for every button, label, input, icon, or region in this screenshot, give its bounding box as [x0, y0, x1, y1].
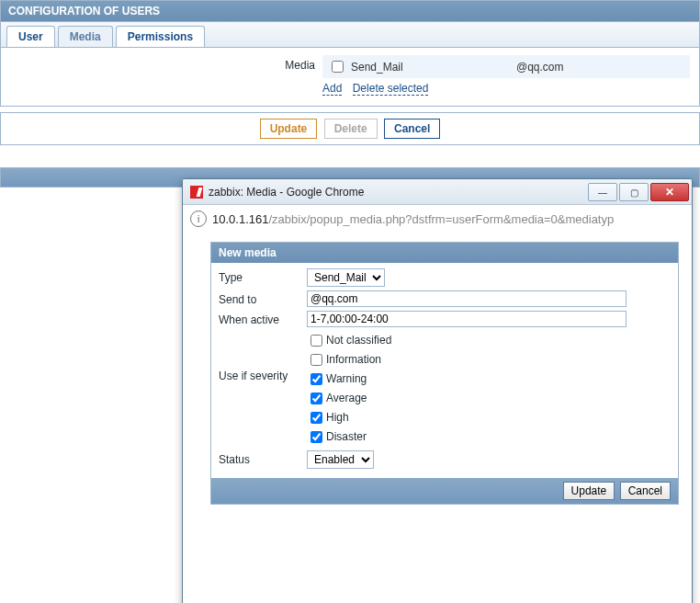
delete-selected-link[interactable]: Delete selected [353, 82, 429, 96]
cancel-button[interactable]: Cancel [384, 119, 440, 139]
sev-high[interactable]: High [307, 408, 671, 427]
popup-empty-area [183, 505, 692, 603]
whenactive-label: When active [219, 311, 307, 326]
page-title: CONFIGURATION OF USERS [0, 0, 700, 22]
popup-title: zabbix: Media - Google Chrome [209, 186, 586, 199]
minimize-button[interactable]: — [588, 183, 617, 201]
popup-update-button[interactable]: Update [563, 482, 615, 500]
form-actions: Update Delete Cancel [0, 112, 700, 145]
zabbix-icon [190, 186, 203, 199]
tab-content: Media Send_Mail @qq.com Add Delete selec… [0, 48, 700, 107]
update-button[interactable]: Update [260, 119, 318, 139]
severity-label: Use if severity [219, 331, 307, 382]
new-media-header: New media [211, 243, 678, 263]
new-media-panel: New media Type Send_Mail Send to When ac… [210, 242, 679, 505]
popup-cancel-button[interactable]: Cancel [620, 482, 671, 500]
tab-media[interactable]: Media [58, 26, 113, 47]
media-row-checkbox[interactable] [332, 61, 344, 73]
sendto-input[interactable] [307, 290, 627, 307]
close-button[interactable]: ✕ [650, 183, 689, 201]
media-row: Send_Mail @qq.com [322, 55, 690, 78]
sev-disaster[interactable]: Disaster [307, 427, 671, 447]
media-label: Media [10, 55, 322, 72]
sev-not-classified[interactable]: Not classified [307, 331, 671, 350]
add-link[interactable]: Add [322, 82, 342, 96]
popup-titlebar: zabbix: Media - Google Chrome — ▢ ✕ [183, 179, 692, 205]
tab-user[interactable]: User [6, 26, 55, 47]
tab-permissions[interactable]: Permissions [116, 26, 205, 47]
maximize-button[interactable]: ▢ [619, 183, 649, 201]
popup-window: zabbix: Media - Google Chrome — ▢ ✕ i 10… [182, 178, 693, 603]
sev-average[interactable]: Average [307, 389, 671, 408]
media-row-address: @qq.com [516, 61, 564, 74]
sendto-label: Send to [219, 290, 307, 306]
type-label: Type [219, 268, 307, 284]
type-select[interactable]: Send_Mail [307, 268, 385, 287]
media-row-type: Send_Mail [351, 61, 516, 74]
sev-warning[interactable]: Warning [307, 370, 671, 389]
url-text: 10.0.1.161/zabbix/popup_media.php?dstfrm… [212, 212, 614, 226]
status-select[interactable]: Enabled [307, 450, 374, 469]
tabs-bar: User Media Permissions [0, 22, 700, 48]
status-label: Status [219, 450, 307, 466]
popup-form-actions: Update Cancel [211, 478, 678, 504]
site-info-icon[interactable]: i [190, 210, 207, 227]
whenactive-input[interactable] [307, 311, 627, 327]
sev-information[interactable]: Information [307, 350, 671, 370]
delete-button[interactable]: Delete [324, 119, 378, 139]
address-bar: i 10.0.1.161/zabbix/popup_media.php?dstf… [183, 205, 692, 233]
